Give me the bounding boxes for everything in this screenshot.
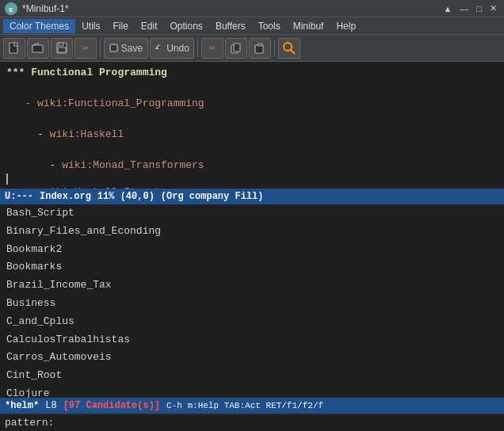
svg-marker-8 [155, 47, 158, 49]
paste-button[interactable] [249, 38, 271, 59]
svg-rect-10 [234, 44, 240, 51]
close-button[interactable]: ✕ [487, 3, 499, 13]
open-file-button[interactable] [27, 38, 49, 59]
titlebar: E *Minibuf-1* ▲ — □ ✕ [0, 0, 504, 17]
editor-line-3: - wiki:Functional_Programming [6, 96, 498, 112]
status-mode-info: (Org company Fill) [161, 191, 264, 202]
helm-line-number: L8 [45, 400, 56, 411]
menu-help[interactable]: Help [330, 19, 362, 33]
helm-candidates-count: [97 Candidate(s)] [63, 400, 160, 411]
svg-point-13 [284, 43, 292, 51]
toolbar-sep3 [274, 40, 275, 57]
save-label: Save [121, 43, 143, 54]
svg-rect-5 [59, 43, 63, 46]
editor-line-2 [6, 81, 498, 97]
helm-item-10[interactable]: Clojure [0, 385, 504, 398]
pattern-input[interactable] [57, 417, 499, 429]
helm-item-0[interactable]: Bash_Script [0, 204, 504, 223]
helm-item-1[interactable]: Binary_Files_and_Econding [0, 223, 504, 241]
titlebar-left: E *Minibuf-1* [5, 2, 69, 15]
menu-buffers[interactable]: Buffers [209, 19, 252, 33]
helm-status-bar: *helm* L8 [97 Candidate(s)] C-h m:Help T… [0, 398, 504, 414]
menu-color-themes[interactable]: Color Themes [3, 19, 75, 33]
undo-label: Undo [166, 43, 189, 54]
minibuf-label: pattern: [5, 417, 54, 429]
menu-utils[interactable]: Utils [75, 19, 106, 33]
editor-cursor-line [6, 174, 498, 185]
menu-edit[interactable]: Edit [135, 19, 164, 33]
menu-minibuf[interactable]: Minibuf [287, 19, 330, 33]
minimize-button[interactable]: ▲ [441, 4, 454, 13]
helm-mode-indicator: *helm* [5, 400, 39, 411]
svg-rect-2 [10, 43, 17, 53]
svg-rect-7 [110, 44, 117, 51]
editor-line-1: *** Functional Programming [6, 65, 498, 81]
titlebar-controls: ▲ — □ ✕ [441, 3, 499, 13]
helm-item-8[interactable]: Carros_Automoveis [0, 349, 504, 367]
save-button[interactable]: Save [104, 38, 148, 59]
helm-item-7[interactable]: CalculosTrabalhistas [0, 331, 504, 349]
minimize-window-button[interactable]: — [457, 4, 471, 13]
save-file-button[interactable] [51, 38, 73, 59]
menu-tools[interactable]: Tools [252, 19, 287, 33]
text-cursor [6, 174, 8, 185]
svg-text:E: E [9, 6, 13, 13]
main-content: *** Functional Programming - wiki:Functi… [0, 62, 504, 431]
cut2-button[interactable]: ✂ [201, 38, 223, 59]
menu-file[interactable]: File [106, 19, 134, 33]
minibuffer: pattern: [0, 414, 504, 431]
helm-item-3[interactable]: Bookmarks [0, 258, 504, 277]
helm-item-4[interactable]: Brazil_Income_Tax [0, 277, 504, 295]
editor-line-5: - wiki:Haskell [6, 127, 498, 143]
svg-rect-12 [258, 44, 262, 46]
undo-button[interactable]: Undo [150, 38, 194, 59]
menu-options[interactable]: Options [164, 19, 209, 33]
helm-help-text: C-h m:Help TAB:Act RET/f1/f2/f [166, 401, 323, 410]
helm-item-2[interactable]: Bookmark2 [0, 241, 504, 259]
status-position: 11% (40,0) [97, 191, 155, 202]
status-mode: U:--- [5, 191, 33, 202]
editor-line-6 [6, 143, 498, 158]
editor-line-4 [6, 112, 498, 128]
window-title: *Minibuf-1* [22, 3, 69, 14]
helm-item-9[interactable]: Cint_Root [0, 367, 504, 385]
new-file-button[interactable] [3, 38, 25, 59]
status-file: Index.org [40, 191, 91, 202]
toolbar-sep1 [100, 40, 101, 57]
app-logo: E [5, 2, 17, 15]
helm-item-5[interactable]: Business [0, 295, 504, 313]
svg-rect-6 [58, 48, 66, 52]
editor-line-9: - wiki:Haskell_Iteratees [6, 185, 498, 189]
search-button[interactable] [278, 38, 300, 59]
toolbar: ✂ Save Undo ✂ [0, 35, 504, 62]
editor-area[interactable]: *** Functional Programming - wiki:Functi… [0, 62, 504, 189]
status-bar: U:--- Index.org 11% (40,0) (Org company … [0, 189, 504, 204]
helm-item-6[interactable]: C_and_Cplus [0, 313, 504, 331]
cut-button[interactable]: ✂ [74, 38, 97, 59]
svg-line-14 [291, 50, 295, 54]
helm-candidates-list[interactable]: Bash_Script Binary_Files_and_Econding Bo… [0, 204, 504, 398]
editor-line-7: - wiki:Monad_Transformers [6, 158, 498, 174]
svg-rect-3 [32, 45, 43, 52]
toolbar-sep2 [197, 40, 198, 57]
maximize-button[interactable]: □ [474, 4, 484, 13]
copy-button[interactable] [225, 38, 247, 59]
menubar: Color Themes Utils File Edit Options Buf… [0, 17, 504, 35]
